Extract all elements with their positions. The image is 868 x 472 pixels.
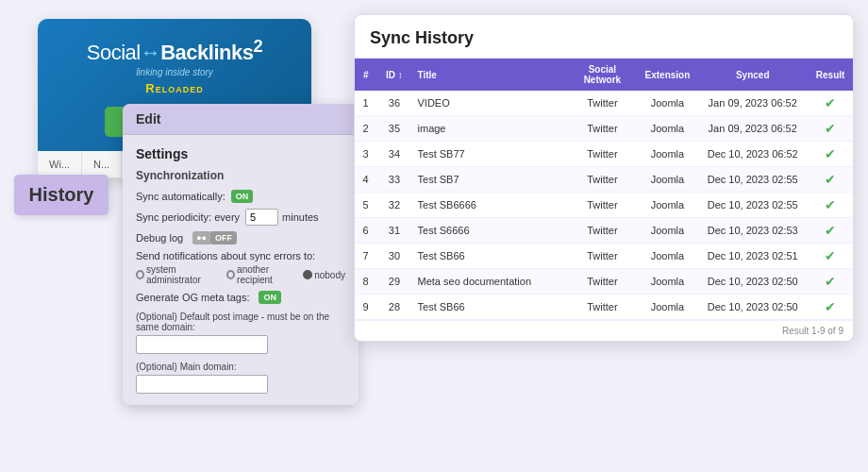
cell-social: Twitter <box>567 167 637 193</box>
cell-extension: Joomla <box>638 142 698 167</box>
main-domain-section: (Optional) Main domain: <box>136 362 345 394</box>
cell-title: Test SB77 <box>412 142 568 167</box>
radio-dot-nobody <box>303 270 312 279</box>
cell-result: ✔ <box>808 244 853 269</box>
post-image-input[interactable] <box>136 335 268 354</box>
cell-result: ✔ <box>808 193 853 218</box>
cell-social: Twitter <box>567 295 637 320</box>
history-tab[interactable]: History <box>14 175 108 215</box>
cell-result: ✔ <box>808 218 853 244</box>
sync-auto-row: Sync automatically: ON <box>136 190 345 203</box>
radio-sysadmin[interactable]: system administrator <box>136 264 219 285</box>
table-row: 3 34 Test SB77 Twitter Joomla Dec 10, 20… <box>355 142 853 167</box>
cell-social: Twitter <box>567 193 637 218</box>
cell-title: Test SB66 <box>412 295 568 320</box>
table-body: 1 36 VIDEO Twitter Joomla Jan 09, 2023 0… <box>355 91 853 320</box>
sync-auto-toggle[interactable]: ON <box>231 190 254 203</box>
cell-synced: Dec 10, 2023 02:50 <box>697 295 808 320</box>
radio-group: system administrator another recipient n… <box>136 264 345 285</box>
sync-history-panel: Sync History # ID ↕ Title Social Network… <box>354 14 854 342</box>
cell-synced: Jan 09, 2023 06:52 <box>697 116 808 142</box>
cell-title: Meta seo documentation <box>412 269 568 295</box>
og-tags-row: Generate OG meta tags: ON <box>136 291 345 304</box>
cell-title: image <box>412 116 568 142</box>
cell-id: 29 <box>376 269 411 295</box>
table-row: 1 36 VIDEO Twitter Joomla Jan 09, 2023 0… <box>355 91 853 116</box>
cell-id: 31 <box>376 218 411 244</box>
notifications-label: Send notifications about sync errors to: <box>136 250 315 261</box>
radio-label-nobody: nobody <box>314 270 345 280</box>
cell-synced: Dec 10, 2023 02:55 <box>697 193 808 218</box>
col-header-result: Result <box>808 59 853 91</box>
cell-extension: Joomla <box>638 116 698 142</box>
col-header-extension: Extension <box>638 59 698 91</box>
synchronization-title: Synchronization <box>136 169 345 182</box>
cell-synced: Dec 10, 2023 02:55 <box>697 167 808 193</box>
cell-id: 30 <box>376 244 411 269</box>
cell-extension: Joomla <box>638 91 698 116</box>
radio-dot-sysadmin <box>136 270 144 279</box>
cell-id: 34 <box>376 142 411 167</box>
settings-title: Settings <box>136 146 345 161</box>
sync-period-unit: minutes <box>282 211 319 223</box>
radio-another[interactable]: another recipient <box>226 264 295 285</box>
cell-social: Twitter <box>567 269 637 295</box>
cell-num: 6 <box>355 218 376 244</box>
cell-extension: Joomla <box>638 193 698 218</box>
debug-log-label: Debug log <box>136 232 183 244</box>
sync-table: # ID ↕ Title Social Network Extension Sy… <box>355 59 853 320</box>
post-image-section: (Optional) Default post image - must be … <box>136 312 345 354</box>
sync-period-input[interactable] <box>245 209 278 226</box>
table-row: 9 28 Test SB66 Twitter Joomla Dec 10, 20… <box>355 295 853 320</box>
cell-social: Twitter <box>567 91 637 116</box>
cell-id: 36 <box>376 91 411 116</box>
cell-title: Test SB7 <box>412 167 568 193</box>
og-tags-toggle[interactable]: ON <box>259 291 281 304</box>
cell-num: 9 <box>355 295 376 320</box>
col-header-synced: Synced <box>697 59 808 91</box>
radio-label-another: another recipient <box>237 264 295 285</box>
cell-num: 4 <box>355 167 376 193</box>
radio-dot-another <box>226 270 235 279</box>
cell-synced: Dec 10, 2023 02:53 <box>697 218 808 244</box>
debug-log-toggle[interactable]: ●● OFF <box>192 231 237 244</box>
cell-num: 5 <box>355 193 376 218</box>
result-summary: Result 1-9 of 9 <box>355 320 853 341</box>
cell-social: Twitter <box>567 244 637 269</box>
cell-extension: Joomla <box>638 295 698 320</box>
radio-nobody[interactable]: nobody <box>303 270 345 280</box>
cell-num: 2 <box>355 116 376 142</box>
table-header-row: # ID ↕ Title Social Network Extension Sy… <box>355 59 853 91</box>
table-row: 5 32 Test SB6666 Twitter Joomla Dec 10, … <box>355 193 853 218</box>
table-row: 4 33 Test SB7 Twitter Joomla Dec 10, 202… <box>355 167 853 193</box>
sync-period-label: Sync periodicity: every <box>136 211 240 223</box>
table-row: 8 29 Meta seo documentation Twitter Joom… <box>355 269 853 295</box>
post-image-label: (Optional) Default post image - must be … <box>136 312 345 332</box>
reloaded-badge: Reloaded <box>145 81 203 95</box>
cell-title: Test S6666 <box>412 218 568 244</box>
notifications-row: Send notifications about sync errors to:… <box>136 250 345 285</box>
table-row: 2 35 image Twitter Joomla Jan 09, 2023 0… <box>355 116 853 142</box>
col-header-title: Title <box>412 59 568 91</box>
cell-result: ✔ <box>808 167 853 193</box>
cell-synced: Dec 10, 2023 02:50 <box>697 269 808 295</box>
debug-log-row: Debug log ●● OFF <box>136 231 345 244</box>
col-header-social: Social Network <box>567 59 637 91</box>
table-row: 6 31 Test S6666 Twitter Joomla Dec 10, 2… <box>355 218 853 244</box>
cell-synced: Jan 09, 2023 06:52 <box>697 91 808 116</box>
plugin-subtitle: linking inside story <box>136 67 213 77</box>
cell-result: ✔ <box>808 91 853 116</box>
col-header-id[interactable]: ID ↕ <box>376 59 411 91</box>
main-domain-input[interactable] <box>136 375 268 394</box>
cell-num: 3 <box>355 142 376 167</box>
sync-history-title: Sync History <box>355 15 853 59</box>
main-domain-label: (Optional) Main domain: <box>136 362 345 372</box>
cell-id: 32 <box>376 193 411 218</box>
cell-num: 8 <box>355 269 376 295</box>
cell-result: ✔ <box>808 116 853 142</box>
cell-extension: Joomla <box>638 244 698 269</box>
cell-synced: Dec 10, 2023 02:51 <box>697 244 808 269</box>
cell-extension: Joomla <box>638 167 698 193</box>
table-row: 7 30 Test SB66 Twitter Joomla Dec 10, 20… <box>355 244 853 269</box>
cell-extension: Joomla <box>638 218 698 244</box>
